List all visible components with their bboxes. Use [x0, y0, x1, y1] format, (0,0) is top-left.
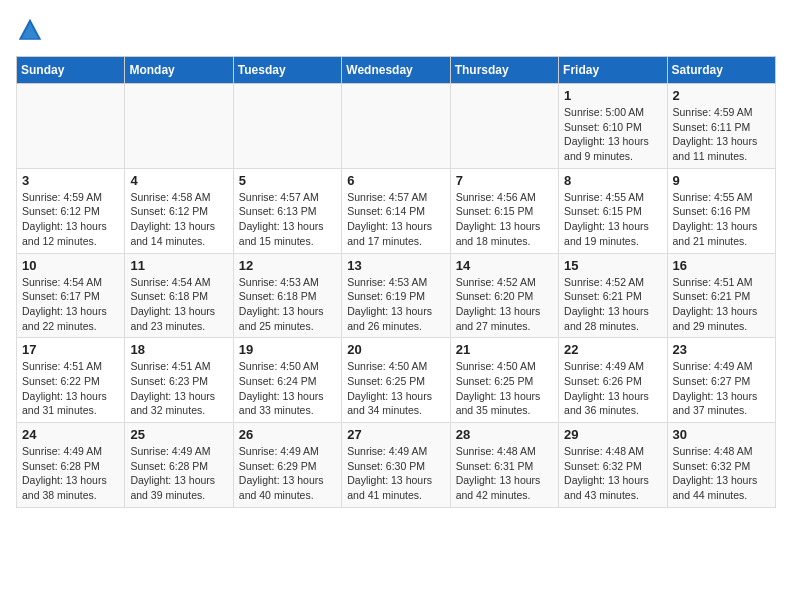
- day-number: 25: [130, 427, 227, 442]
- day-info: Sunrise: 4:59 AM Sunset: 6:12 PM Dayligh…: [22, 190, 119, 249]
- day-number: 8: [564, 173, 661, 188]
- day-info: Sunrise: 4:49 AM Sunset: 6:26 PM Dayligh…: [564, 359, 661, 418]
- weekday-header-wednesday: Wednesday: [342, 57, 450, 84]
- calendar-day-cell: 4Sunrise: 4:58 AM Sunset: 6:12 PM Daylig…: [125, 168, 233, 253]
- weekday-header-monday: Monday: [125, 57, 233, 84]
- calendar-day-cell: 16Sunrise: 4:51 AM Sunset: 6:21 PM Dayli…: [667, 253, 775, 338]
- day-info: Sunrise: 4:55 AM Sunset: 6:15 PM Dayligh…: [564, 190, 661, 249]
- day-number: 18: [130, 342, 227, 357]
- day-info: Sunrise: 4:49 AM Sunset: 6:28 PM Dayligh…: [22, 444, 119, 503]
- day-info: Sunrise: 4:52 AM Sunset: 6:20 PM Dayligh…: [456, 275, 553, 334]
- day-number: 29: [564, 427, 661, 442]
- calendar-day-cell: 15Sunrise: 4:52 AM Sunset: 6:21 PM Dayli…: [559, 253, 667, 338]
- day-number: 15: [564, 258, 661, 273]
- day-info: Sunrise: 4:49 AM Sunset: 6:29 PM Dayligh…: [239, 444, 336, 503]
- day-number: 5: [239, 173, 336, 188]
- day-number: 1: [564, 88, 661, 103]
- calendar-day-cell: 8Sunrise: 4:55 AM Sunset: 6:15 PM Daylig…: [559, 168, 667, 253]
- day-info: Sunrise: 4:48 AM Sunset: 6:32 PM Dayligh…: [673, 444, 770, 503]
- day-info: Sunrise: 5:00 AM Sunset: 6:10 PM Dayligh…: [564, 105, 661, 164]
- calendar-day-cell: [125, 84, 233, 169]
- day-info: Sunrise: 4:50 AM Sunset: 6:25 PM Dayligh…: [347, 359, 444, 418]
- calendar-day-cell: 24Sunrise: 4:49 AM Sunset: 6:28 PM Dayli…: [17, 423, 125, 508]
- logo-icon: [16, 16, 44, 44]
- calendar-day-cell: 19Sunrise: 4:50 AM Sunset: 6:24 PM Dayli…: [233, 338, 341, 423]
- calendar-day-cell: 23Sunrise: 4:49 AM Sunset: 6:27 PM Dayli…: [667, 338, 775, 423]
- day-number: 23: [673, 342, 770, 357]
- calendar-day-cell: 2Sunrise: 4:59 AM Sunset: 6:11 PM Daylig…: [667, 84, 775, 169]
- calendar-day-cell: 28Sunrise: 4:48 AM Sunset: 6:31 PM Dayli…: [450, 423, 558, 508]
- day-number: 19: [239, 342, 336, 357]
- day-number: 30: [673, 427, 770, 442]
- calendar-day-cell: 13Sunrise: 4:53 AM Sunset: 6:19 PM Dayli…: [342, 253, 450, 338]
- calendar-day-cell: [450, 84, 558, 169]
- day-info: Sunrise: 4:51 AM Sunset: 6:22 PM Dayligh…: [22, 359, 119, 418]
- weekday-header-row: SundayMondayTuesdayWednesdayThursdayFrid…: [17, 57, 776, 84]
- calendar-day-cell: 18Sunrise: 4:51 AM Sunset: 6:23 PM Dayli…: [125, 338, 233, 423]
- day-info: Sunrise: 4:57 AM Sunset: 6:14 PM Dayligh…: [347, 190, 444, 249]
- weekday-header-friday: Friday: [559, 57, 667, 84]
- day-info: Sunrise: 4:58 AM Sunset: 6:12 PM Dayligh…: [130, 190, 227, 249]
- calendar-day-cell: 5Sunrise: 4:57 AM Sunset: 6:13 PM Daylig…: [233, 168, 341, 253]
- calendar-day-cell: 25Sunrise: 4:49 AM Sunset: 6:28 PM Dayli…: [125, 423, 233, 508]
- calendar-day-cell: 29Sunrise: 4:48 AM Sunset: 6:32 PM Dayli…: [559, 423, 667, 508]
- calendar-day-cell: 17Sunrise: 4:51 AM Sunset: 6:22 PM Dayli…: [17, 338, 125, 423]
- day-info: Sunrise: 4:51 AM Sunset: 6:23 PM Dayligh…: [130, 359, 227, 418]
- day-number: 7: [456, 173, 553, 188]
- day-number: 28: [456, 427, 553, 442]
- day-info: Sunrise: 4:59 AM Sunset: 6:11 PM Dayligh…: [673, 105, 770, 164]
- day-number: 17: [22, 342, 119, 357]
- day-number: 12: [239, 258, 336, 273]
- calendar-week-row: 17Sunrise: 4:51 AM Sunset: 6:22 PM Dayli…: [17, 338, 776, 423]
- day-number: 22: [564, 342, 661, 357]
- weekday-header-thursday: Thursday: [450, 57, 558, 84]
- day-number: 21: [456, 342, 553, 357]
- calendar-day-cell: 3Sunrise: 4:59 AM Sunset: 6:12 PM Daylig…: [17, 168, 125, 253]
- day-number: 13: [347, 258, 444, 273]
- day-info: Sunrise: 4:54 AM Sunset: 6:17 PM Dayligh…: [22, 275, 119, 334]
- calendar-day-cell: 30Sunrise: 4:48 AM Sunset: 6:32 PM Dayli…: [667, 423, 775, 508]
- day-number: 2: [673, 88, 770, 103]
- day-info: Sunrise: 4:49 AM Sunset: 6:28 PM Dayligh…: [130, 444, 227, 503]
- day-number: 4: [130, 173, 227, 188]
- calendar-day-cell: [233, 84, 341, 169]
- day-number: 10: [22, 258, 119, 273]
- calendar-table: SundayMondayTuesdayWednesdayThursdayFrid…: [16, 56, 776, 508]
- day-number: 9: [673, 173, 770, 188]
- day-number: 16: [673, 258, 770, 273]
- calendar-day-cell: [17, 84, 125, 169]
- calendar-day-cell: 26Sunrise: 4:49 AM Sunset: 6:29 PM Dayli…: [233, 423, 341, 508]
- calendar-day-cell: 6Sunrise: 4:57 AM Sunset: 6:14 PM Daylig…: [342, 168, 450, 253]
- calendar-day-cell: 1Sunrise: 5:00 AM Sunset: 6:10 PM Daylig…: [559, 84, 667, 169]
- day-info: Sunrise: 4:48 AM Sunset: 6:31 PM Dayligh…: [456, 444, 553, 503]
- weekday-header-saturday: Saturday: [667, 57, 775, 84]
- day-info: Sunrise: 4:53 AM Sunset: 6:18 PM Dayligh…: [239, 275, 336, 334]
- calendar-day-cell: 21Sunrise: 4:50 AM Sunset: 6:25 PM Dayli…: [450, 338, 558, 423]
- day-number: 3: [22, 173, 119, 188]
- weekday-header-tuesday: Tuesday: [233, 57, 341, 84]
- day-number: 26: [239, 427, 336, 442]
- day-number: 20: [347, 342, 444, 357]
- calendar-day-cell: 22Sunrise: 4:49 AM Sunset: 6:26 PM Dayli…: [559, 338, 667, 423]
- calendar-day-cell: 9Sunrise: 4:55 AM Sunset: 6:16 PM Daylig…: [667, 168, 775, 253]
- day-info: Sunrise: 4:55 AM Sunset: 6:16 PM Dayligh…: [673, 190, 770, 249]
- day-info: Sunrise: 4:51 AM Sunset: 6:21 PM Dayligh…: [673, 275, 770, 334]
- day-number: 11: [130, 258, 227, 273]
- calendar-week-row: 10Sunrise: 4:54 AM Sunset: 6:17 PM Dayli…: [17, 253, 776, 338]
- day-info: Sunrise: 4:57 AM Sunset: 6:13 PM Dayligh…: [239, 190, 336, 249]
- calendar-day-cell: 10Sunrise: 4:54 AM Sunset: 6:17 PM Dayli…: [17, 253, 125, 338]
- calendar-day-cell: 20Sunrise: 4:50 AM Sunset: 6:25 PM Dayli…: [342, 338, 450, 423]
- weekday-header-sunday: Sunday: [17, 57, 125, 84]
- day-info: Sunrise: 4:49 AM Sunset: 6:27 PM Dayligh…: [673, 359, 770, 418]
- calendar-day-cell: 11Sunrise: 4:54 AM Sunset: 6:18 PM Dayli…: [125, 253, 233, 338]
- calendar-week-row: 1Sunrise: 5:00 AM Sunset: 6:10 PM Daylig…: [17, 84, 776, 169]
- day-info: Sunrise: 4:50 AM Sunset: 6:24 PM Dayligh…: [239, 359, 336, 418]
- day-number: 24: [22, 427, 119, 442]
- calendar-day-cell: 27Sunrise: 4:49 AM Sunset: 6:30 PM Dayli…: [342, 423, 450, 508]
- page-header: [16, 16, 776, 44]
- day-number: 6: [347, 173, 444, 188]
- calendar-day-cell: 12Sunrise: 4:53 AM Sunset: 6:18 PM Dayli…: [233, 253, 341, 338]
- day-info: Sunrise: 4:56 AM Sunset: 6:15 PM Dayligh…: [456, 190, 553, 249]
- calendar-day-cell: [342, 84, 450, 169]
- day-info: Sunrise: 4:54 AM Sunset: 6:18 PM Dayligh…: [130, 275, 227, 334]
